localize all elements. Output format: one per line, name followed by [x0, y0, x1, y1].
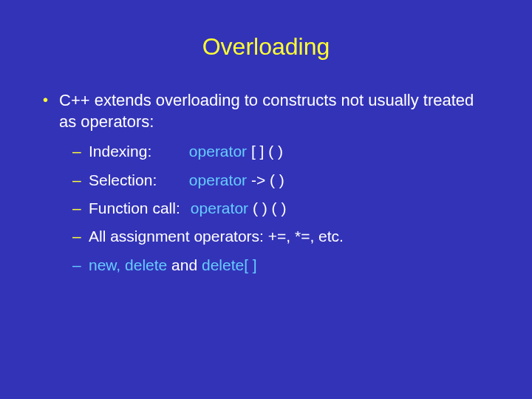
page-title: Overloading: [37, 33, 495, 61]
keyword-operator: operator: [189, 171, 247, 188]
item-label: Selection:: [89, 170, 185, 191]
keyword-operator: operator: [191, 200, 248, 216]
keyword-operator: operator: [189, 143, 247, 160]
slide: Overloading C++ extends overloading to c…: [0, 0, 532, 399]
item-suffix: -> ( ): [247, 171, 284, 188]
item-label: Function call:: [89, 198, 186, 219]
item-label: Indexing:: [89, 141, 185, 162]
sub-list: Indexing: operator [ ] ( ) Selection: op…: [89, 141, 495, 276]
main-bullet: C++ extends overloading to constructs no…: [59, 90, 495, 132]
keyword-new-delete: new, delete: [89, 256, 167, 273]
list-item-selection: Selection: operator -> ( ): [89, 170, 495, 191]
list-item-indexing: Indexing: operator [ ] ( ): [89, 141, 495, 162]
item-suffix: [ ] ( ): [247, 143, 283, 160]
item-suffix: ( ) ( ): [248, 200, 286, 216]
list-item-assignment: All assignment operators: +=, *=, etc.: [89, 226, 495, 247]
list-item-function-call: Function call: operator ( ) ( ): [89, 198, 495, 219]
text-and: and: [167, 256, 202, 273]
keyword-delete-array: delete[ ]: [202, 256, 257, 273]
list-item-new-delete: new, delete and delete[ ]: [89, 255, 495, 276]
